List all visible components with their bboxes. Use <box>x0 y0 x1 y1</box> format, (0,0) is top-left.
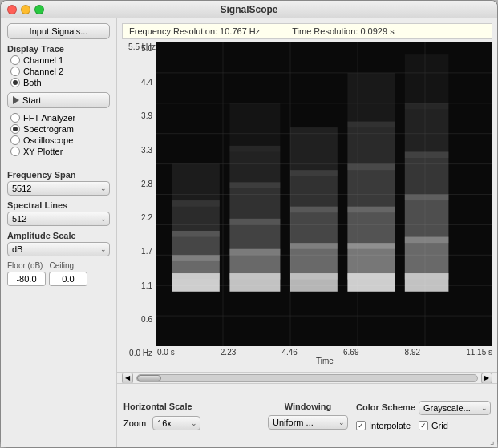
y-label-11: 1.1 <box>122 281 152 290</box>
svg-rect-28 <box>290 170 338 212</box>
scrollbar-track[interactable] <box>136 374 478 382</box>
grid-row[interactable]: Grid <box>419 421 448 430</box>
divider1 <box>7 163 110 163</box>
fft-radio[interactable] <box>10 113 20 123</box>
fft-option[interactable]: FFT Analyzer <box>10 113 110 123</box>
freq-span-label: Frequency Span <box>7 170 110 180</box>
y-label-39: 3.9 <box>122 111 152 120</box>
y-top-label: 5.5 kHz <box>122 42 156 51</box>
y-label-28: 2.8 <box>122 180 152 188</box>
traffic-lights <box>7 5 44 14</box>
svg-rect-18 <box>172 164 220 207</box>
main-window: SignalScope Input Signals... Display Tra… <box>0 0 498 448</box>
scrollbar-thumb[interactable] <box>137 375 161 381</box>
svg-rect-35 <box>347 73 395 127</box>
input-signals-button[interactable]: Input Signals... <box>7 23 110 39</box>
scroll-left-button[interactable]: ◀ <box>122 373 133 384</box>
x-axis-title: Time <box>157 357 492 365</box>
bottom-controls: Horizontal Scale Zoom 16x ⌄ Wind <box>117 383 497 447</box>
spectrogram-option[interactable]: Spectrogram <box>10 124 110 134</box>
svg-rect-37 <box>405 237 449 280</box>
svg-rect-41 <box>405 54 449 109</box>
ceiling-input[interactable]: 0.0 <box>49 272 87 286</box>
floor-ceiling-inputs: -80.0 0.0 <box>7 272 110 286</box>
minimize-button[interactable] <box>21 5 30 14</box>
floor-ceiling-section: Floor (dB) Ceiling -80.0 0.0 <box>7 261 110 286</box>
svg-rect-22 <box>229 182 280 224</box>
right-panel: Frequency Resolution: 10.767 Hz Time Res… <box>117 18 497 447</box>
zoom-row: Zoom 16x ⌄ <box>123 416 200 430</box>
both-label: Both <box>23 78 42 87</box>
amplitude-scale-section: Amplitude Scale dB ⌄ <box>7 231 110 256</box>
info-bar: Frequency Resolution: 10.767 Hz Time Res… <box>122 23 492 39</box>
oscilloscope-label: Oscilloscope <box>23 135 73 145</box>
interpolate-checkbox[interactable] <box>356 421 366 430</box>
close-button[interactable] <box>7 5 17 14</box>
scroll-right-button[interactable]: ▶ <box>481 373 492 384</box>
svg-rect-27 <box>290 207 338 249</box>
display-trace-options: Channel 1 Channel 2 Both <box>7 55 110 87</box>
x-axis: 0.0 s 2.23 4.46 6.69 8.92 11.15 s Time <box>156 346 492 372</box>
interpolate-label: Interpolate <box>369 421 411 430</box>
spectrogram-label: Spectrogram <box>23 124 74 134</box>
grid-checkbox[interactable] <box>419 421 428 430</box>
zoom-select[interactable]: 16x <box>152 416 200 430</box>
both-option[interactable]: Both <box>10 78 110 87</box>
scrollbar-area: ◀ ▶ <box>117 372 497 383</box>
xy-plotter-radio[interactable] <box>10 147 20 156</box>
left-panel: Input Signals... Display Trace Channel 1… <box>1 18 117 447</box>
channel2-option[interactable]: Channel 2 <box>10 67 110 76</box>
spectrogram-area: 5.5 kHz 5.0 4.4 3.9 3.3 2.8 2.2 1.7 1.1 … <box>122 42 492 372</box>
spectrogram-svg <box>156 42 492 346</box>
interpolate-row[interactable]: Interpolate <box>356 421 411 430</box>
zoom-section: Horizontal Scale Zoom 16x ⌄ <box>123 402 200 430</box>
channel2-label: Channel 2 <box>23 67 63 76</box>
svg-rect-39 <box>405 151 449 200</box>
svg-rect-32 <box>347 207 395 249</box>
channel1-option[interactable]: Channel 1 <box>10 55 110 65</box>
freq-span-select[interactable]: 5512 <box>7 181 110 196</box>
color-scheme-label: Color Scheme <box>356 402 415 412</box>
zoom-label: Zoom <box>123 418 146 428</box>
frequency-resolution-text: Frequency Resolution: 10.767 Hz <box>129 26 260 36</box>
windowing-section: Windowing Uniform ... ⌄ <box>268 402 348 430</box>
windowing-label: Windowing <box>285 402 332 411</box>
canvas-wrapper: 0.0 s 2.23 4.46 6.69 8.92 11.15 s Time <box>156 42 492 372</box>
channel1-radio[interactable] <box>10 55 20 65</box>
x-label-446: 4.46 <box>281 348 297 357</box>
freq-span-section: Frequency Span 5512 ⌄ <box>7 170 110 196</box>
title-bar: SignalScope <box>1 1 497 18</box>
play-icon <box>13 96 19 104</box>
color-scheme-row: Color Scheme Grayscale... ⌄ <box>356 401 491 415</box>
svg-rect-38 <box>405 195 449 244</box>
maximize-button[interactable] <box>34 5 44 14</box>
xy-plotter-option[interactable]: XY Plotter <box>10 147 110 156</box>
display-trace-label: Display Trace <box>7 44 110 54</box>
both-radio[interactable] <box>10 78 20 87</box>
y-label-44: 4.4 <box>122 78 152 87</box>
start-label: Start <box>22 95 41 105</box>
svg-rect-40 <box>405 103 449 158</box>
color-scheme-select[interactable]: Grayscale... <box>419 401 491 415</box>
channel2-radio[interactable] <box>10 67 20 76</box>
x-tick-row: 0.0 s 2.23 4.46 6.69 8.92 11.15 s <box>157 346 492 357</box>
floor-input[interactable]: -80.0 <box>7 272 46 286</box>
oscilloscope-radio[interactable] <box>10 135 20 145</box>
start-button[interactable]: Start <box>7 92 110 108</box>
spectral-lines-label: Spectral Lines <box>7 200 110 210</box>
spectrogram-radio[interactable] <box>10 124 20 134</box>
x-label-669: 6.69 <box>343 348 358 357</box>
svg-rect-24 <box>229 103 280 152</box>
y-label-22: 2.2 <box>122 213 152 222</box>
x-label-892: 8.92 <box>405 348 420 357</box>
windowing-select[interactable]: Uniform ... <box>268 415 348 430</box>
x-label-1115: 11.15 s <box>466 348 492 357</box>
resize-grip[interactable]: ⌟ <box>490 435 495 446</box>
oscilloscope-option[interactable]: Oscilloscope <box>10 135 110 145</box>
amplitude-scale-select[interactable]: dB <box>7 242 110 256</box>
fft-label: FFT Analyzer <box>23 113 75 123</box>
spectral-lines-select[interactable]: 512 <box>7 212 110 226</box>
y-label-17: 1.7 <box>122 247 152 256</box>
svg-rect-34 <box>347 122 395 171</box>
y-label-06: 0.6 <box>122 315 152 324</box>
